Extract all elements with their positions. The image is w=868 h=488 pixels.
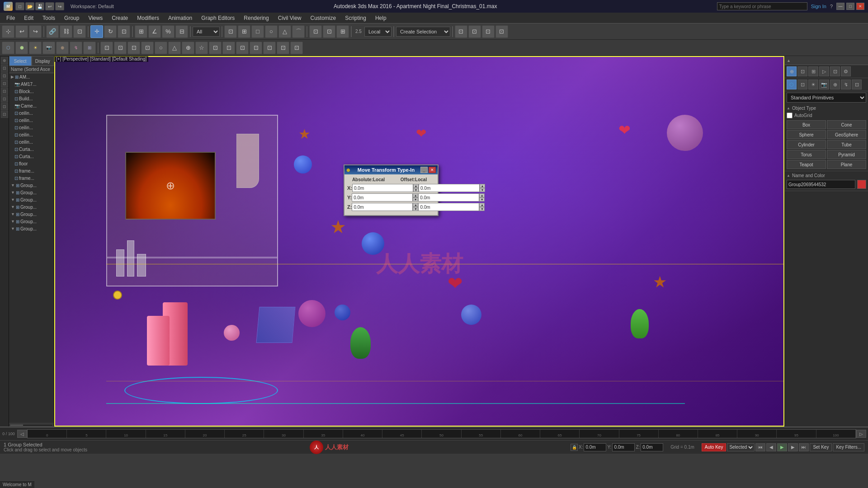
list-item[interactable]: ▼⊞Group... [9,203,54,211]
rp-modify-icon[interactable]: ⊡ [797,66,807,76]
tb-angle-snap[interactable]: ∠ [148,25,161,38]
rp-geom-icon[interactable]: ⬡ [787,80,797,89]
tb-obj3[interactable]: ⊡ [127,42,140,54]
set-key-btn[interactable]: Set Key [810,443,832,451]
list-item[interactable]: ▼⊞Group... [9,218,54,225]
tb-cameras[interactable]: 📷 [42,42,55,54]
tb-obj1[interactable]: ⊡ [100,42,113,54]
viewport[interactable]: ⊕ ★ ★ ★ ★ ❤ ❤ ❤ [54,56,784,427]
minimize-btn[interactable]: — [836,3,844,10]
tb-spinner-snap[interactable]: ⊟ [175,25,188,38]
menu-group[interactable]: Group [60,14,84,22]
tb-redo[interactable]: ↪ [29,25,42,38]
strip-icon-4[interactable]: ⊡ [1,80,8,87]
play-btn[interactable]: ▶ [777,443,787,451]
strip-icon-3[interactable]: ⊡ [1,72,8,80]
tb-select-name[interactable]: ⊞ [238,25,250,38]
timeline-track[interactable]: 0 5 10 15 20 25 30 35 40 45 50 55 60 65 … [27,429,856,438]
tb-link[interactable]: 🔗 [46,25,59,38]
tb-obj12[interactable]: ⊡ [250,42,262,54]
tb-align[interactable]: ⊡ [323,25,335,38]
menu-graph-editors[interactable]: Graph Editors [197,14,239,22]
rp-light-icon[interactable]: ☀ [808,80,818,89]
strip-icon-5[interactable]: ⊡ [1,88,8,95]
strip-icon-2[interactable]: ⊡ [1,65,8,72]
strip-icon-1[interactable]: ⊕ [1,57,8,64]
y-abs-input[interactable] [352,193,413,202]
tb-rotate[interactable]: ↻ [104,25,117,38]
save-btn[interactable]: 💾 [35,2,44,10]
list-item[interactable]: ▶⊞AM... [9,73,54,80]
coord-dropdown[interactable]: Local [364,27,392,37]
tb-helpers[interactable]: ⊕ [56,42,69,54]
menu-customize[interactable]: Customize [306,14,341,22]
tb-obj15[interactable]: ⊡ [290,42,303,54]
tb-obj4[interactable]: ⊡ [141,42,154,54]
btn-box[interactable]: Box [787,120,826,129]
z-off-input[interactable] [418,203,479,211]
new-btn[interactable]: □ [15,2,24,10]
menu-help[interactable]: Help [371,14,391,22]
filter-dropdown[interactable]: All [193,27,220,37]
list-item[interactable]: ▼⊞Group... [9,211,54,218]
menu-animation[interactable]: Animation [164,14,197,22]
rp-create-icon[interactable]: ⊕ [787,66,797,76]
btn-cone[interactable]: Cone [827,120,866,129]
redo-btn[interactable]: ↪ [55,2,64,10]
tb-spacewarps[interactable]: ↯ [70,42,82,54]
z-abs-up[interactable]: ▲ [413,203,418,207]
list-item[interactable]: ⊡ceilin... [9,109,54,117]
list-item[interactable]: 📷AM17... [9,80,54,88]
tb-layer[interactable]: ⊞ [336,25,349,38]
help-btn[interactable]: ? [830,4,833,9]
list-item[interactable]: ⊡floor [9,160,54,167]
tb-obj11[interactable]: ⊡ [236,42,249,54]
prev-frame-btn[interactable]: ◀ [766,443,776,451]
tb-obj6[interactable]: △ [168,42,181,54]
tb-unlink[interactable]: ⛓ [60,25,72,38]
tb-bind[interactable]: ⊡ [73,25,86,38]
panel-scrollbar[interactable] [9,423,54,427]
next-key-btn[interactable]: ⏭ [799,443,809,451]
autogrid-checkbox[interactable] [787,113,793,118]
menu-edit[interactable]: Edit [19,14,38,22]
tb-obj8[interactable]: ☆ [195,42,208,54]
rp-utilities-icon[interactable]: ⚙ [841,66,851,76]
btn-cylinder[interactable]: Cylinder [787,140,826,149]
x-abs-input[interactable] [352,184,413,192]
x-off-up[interactable]: ▲ [480,184,485,188]
menu-scripting[interactable]: Scripting [340,14,371,22]
y-coord-input[interactable] [612,443,635,451]
tb-select[interactable]: ⊹ [2,25,14,38]
tb-fence-select[interactable]: △ [278,25,291,38]
tb-mat-editor[interactable]: ⊡ [495,25,508,38]
rp-display-icon[interactable]: ⊡ [830,66,840,76]
x-off-input[interactable] [419,184,480,192]
rp-system-icon[interactable]: ⊡ [852,80,862,89]
tb-obj5[interactable]: ○ [155,42,167,54]
primitives-dropdown[interactable]: Standard Primitives [787,93,866,103]
rp-cam-icon[interactable]: 📷 [819,80,829,89]
tb-obj14[interactable]: ⊡ [277,42,289,54]
tb-shapes[interactable]: ⬢ [15,42,28,54]
tb-obj13[interactable]: ⊡ [263,42,276,54]
undo-btn[interactable]: ↩ [45,2,54,10]
auto-key-btn[interactable]: Auto Key [702,443,726,451]
btn-teapot[interactable]: Teapot [787,160,826,169]
tb-geom[interactable]: ⬡ [2,42,14,54]
tb-obj7[interactable]: ⊕ [182,42,194,54]
menu-views[interactable]: Views [84,14,107,22]
menu-civil-view[interactable]: Civil View [274,14,306,22]
btn-tube[interactable]: Tube [827,140,866,149]
tb-lights[interactable]: ☀ [29,42,42,54]
prev-key-btn[interactable]: ⏮ [755,443,765,451]
close-btn[interactable]: ✕ [856,3,864,10]
sign-in-btn[interactable]: Sign In [811,4,826,9]
list-item[interactable]: ⊡ceilin... [9,117,54,124]
x-abs-up[interactable]: ▲ [413,184,419,188]
list-item[interactable]: ⊡Build... [9,95,54,102]
y-off-up[interactable]: ▲ [479,193,485,197]
tb-undo[interactable]: ↩ [15,25,28,38]
menu-create[interactable]: Create [107,14,132,22]
list-item[interactable]: 📷Came... [9,102,54,109]
